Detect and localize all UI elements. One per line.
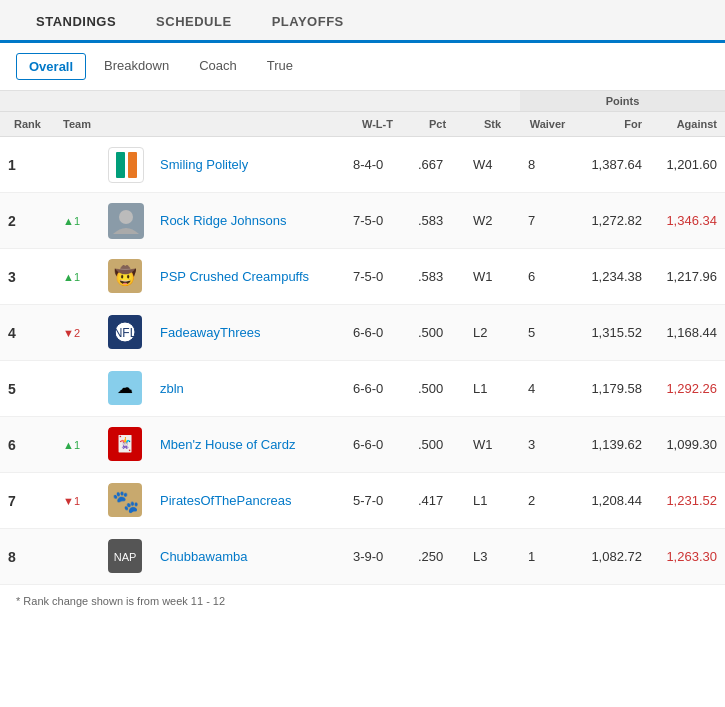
stk-header: Stk	[465, 112, 520, 137]
rank-cell: 2	[0, 193, 55, 249]
team-logo	[108, 147, 144, 183]
tab-breakdown[interactable]: Breakdown	[92, 53, 181, 80]
pct-cell: .500	[410, 305, 465, 361]
logo-cell	[100, 193, 152, 249]
rank-change-up: 1	[63, 215, 80, 227]
for-cell: 1,139.62	[575, 417, 650, 473]
table-row: 7 1 🐾 PiratesOfThePancreas 5-7-0 .417 L1…	[0, 473, 725, 529]
logo-cell: 🤠	[100, 249, 152, 305]
stk-cell: L2	[465, 305, 520, 361]
wlt-cell: 6-6-0	[345, 417, 410, 473]
team-name-cell[interactable]: Smiling Politely	[152, 137, 345, 193]
change-cell: 1	[55, 417, 100, 473]
team-name-cell[interactable]: zbln	[152, 361, 345, 417]
rank-change-up: 1	[63, 439, 80, 451]
pct-cell: .583	[410, 193, 465, 249]
tab-coach[interactable]: Coach	[187, 53, 249, 80]
wlt-cell: 6-6-0	[345, 305, 410, 361]
team-logo	[108, 203, 144, 239]
wlt-cell: 7-5-0	[345, 249, 410, 305]
team-name-cell[interactable]: PiratesOfThePancreas	[152, 473, 345, 529]
team-name-link[interactable]: zbln	[160, 381, 184, 396]
nav-standings[interactable]: STANDINGS	[16, 0, 136, 43]
nav-playoffs[interactable]: PLAYOFFS	[252, 0, 364, 43]
team-logo: NFL	[108, 315, 144, 351]
for-cell: 1,208.44	[575, 473, 650, 529]
stk-cell: W1	[465, 417, 520, 473]
table-row: 3 1 🤠 PSP Crushed Creampuffs 7-5-0 .583 …	[0, 249, 725, 305]
team-logo: 🐾	[108, 483, 144, 519]
stk-cell: L1	[465, 473, 520, 529]
tab-true[interactable]: True	[255, 53, 305, 80]
waiver-header: Waiver	[520, 112, 575, 137]
table-row: 4 2 NFL FadeawayThrees 6-6-0 .500 L2 5 1…	[0, 305, 725, 361]
team-name-link[interactable]: FadeawayThrees	[160, 325, 260, 340]
team-name-link[interactable]: PSP Crushed Creampuffs	[160, 269, 309, 284]
change-cell	[55, 529, 100, 585]
stk-cell: W4	[465, 137, 520, 193]
team-name-link[interactable]: Chubbawamba	[160, 549, 247, 564]
for-cell: 1,179.58	[575, 361, 650, 417]
logo-cell: NAP	[100, 529, 152, 585]
svg-point-1	[119, 210, 133, 224]
rank-cell: 5	[0, 361, 55, 417]
team-name-cell[interactable]: Rock Ridge Johnsons	[152, 193, 345, 249]
against-cell: 1,168.44	[650, 305, 725, 361]
team-name-link[interactable]: Mben'z House of Cardz	[160, 437, 295, 452]
top-navigation: STANDINGS SCHEDULE PLAYOFFS	[0, 0, 725, 43]
wlt-cell: 7-5-0	[345, 193, 410, 249]
pct-header: Pct	[410, 112, 465, 137]
table-row: 8 NAP Chubbawamba 3-9-0 .250 L3 1 1,082.…	[0, 529, 725, 585]
table-row: 1 Smiling Politely 8-4-0 .667 W4 8 1,387…	[0, 137, 725, 193]
team-name-cell[interactable]: FadeawayThrees	[152, 305, 345, 361]
rank-cell: 4	[0, 305, 55, 361]
nav-schedule[interactable]: SCHEDULE	[136, 0, 252, 43]
for-cell: 1,315.52	[575, 305, 650, 361]
tab-overall[interactable]: Overall	[16, 53, 86, 80]
svg-text:NFL: NFL	[114, 326, 137, 340]
waiver-cell: 8	[520, 137, 575, 193]
wlt-cell: 6-6-0	[345, 361, 410, 417]
rank-change-down: 1	[63, 495, 80, 507]
waiver-cell: 7	[520, 193, 575, 249]
against-cell: 1,346.34	[650, 193, 725, 249]
against-cell: 1,231.52	[650, 473, 725, 529]
against-cell: 1,292.26	[650, 361, 725, 417]
stk-cell: W2	[465, 193, 520, 249]
logo-cell: 🐾	[100, 473, 152, 529]
waiver-cell: 1	[520, 529, 575, 585]
against-cell: 1,099.30	[650, 417, 725, 473]
pct-cell: .500	[410, 361, 465, 417]
team-logo: 🤠	[108, 259, 144, 295]
team-name-cell[interactable]: Chubbawamba	[152, 529, 345, 585]
team-logo: NAP	[108, 539, 144, 575]
wlt-cell: 3-9-0	[345, 529, 410, 585]
team-name-cell[interactable]: Mben'z House of Cardz	[152, 417, 345, 473]
table-row: 5 ☁ zbln 6-6-0 .500 L1 4 1,179.58 1,292.…	[0, 361, 725, 417]
points-group-label: Points	[520, 91, 725, 112]
waiver-cell: 6	[520, 249, 575, 305]
rank-cell: 6	[0, 417, 55, 473]
logo-cell: NFL	[100, 305, 152, 361]
table-row: 6 1 🃏 Mben'z House of Cardz 6-6-0 .500 W…	[0, 417, 725, 473]
table-row: 2 1 Rock Ridge Johnsons 7-5-0 .583 W2 7 …	[0, 193, 725, 249]
team-name-link[interactable]: PiratesOfThePancreas	[160, 493, 292, 508]
footnote: * Rank change shown is from week 11 - 12	[0, 585, 725, 617]
against-cell: 1,217.96	[650, 249, 725, 305]
for-cell: 1,234.38	[575, 249, 650, 305]
for-cell: 1,272.82	[575, 193, 650, 249]
wlt-cell: 8-4-0	[345, 137, 410, 193]
team-name-link[interactable]: Rock Ridge Johnsons	[160, 213, 286, 228]
svg-text:NAP: NAP	[114, 551, 137, 563]
waiver-cell: 3	[520, 417, 575, 473]
against-cell: 1,201.60	[650, 137, 725, 193]
pct-cell: .250	[410, 529, 465, 585]
pct-cell: .583	[410, 249, 465, 305]
logo-cell: 🃏	[100, 417, 152, 473]
team-name-cell[interactable]: PSP Crushed Creampuffs	[152, 249, 345, 305]
svg-text:☁: ☁	[117, 379, 133, 396]
team-logo: ☁	[108, 371, 144, 407]
team-name-link[interactable]: Smiling Politely	[160, 157, 248, 172]
change-cell: 1	[55, 473, 100, 529]
sub-tab-bar: Overall Breakdown Coach True	[0, 43, 725, 91]
